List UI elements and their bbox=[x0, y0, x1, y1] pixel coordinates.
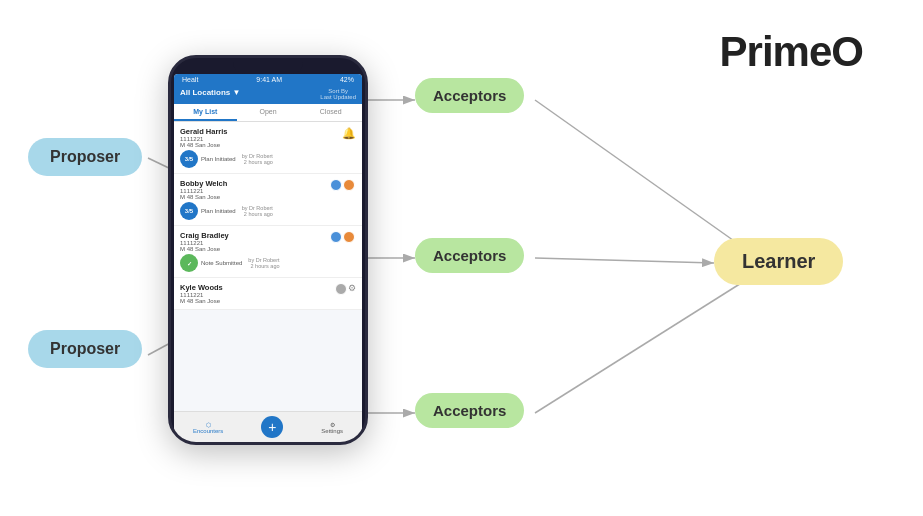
phone-mockup: Healt 9:41 AM 42% All Locations ▼ Sort B… bbox=[168, 55, 368, 445]
phone-tabs: My List Open Closed bbox=[174, 104, 362, 122]
nav-encounters[interactable]: ⬡ Encounters bbox=[193, 421, 223, 434]
avatar-group bbox=[330, 179, 356, 191]
tab-closed[interactable]: Closed bbox=[299, 104, 362, 121]
proposer-bottom-pill: Proposer bbox=[28, 330, 142, 368]
svg-line-8 bbox=[535, 275, 754, 413]
status-left: Healt bbox=[182, 76, 198, 83]
nav-add-button[interactable]: + bbox=[261, 416, 283, 438]
sort-selector[interactable]: Sort By Last Updated bbox=[320, 88, 356, 100]
acceptors-top-pill: Acceptors bbox=[415, 78, 524, 113]
avatar bbox=[330, 231, 342, 243]
phone-notch bbox=[233, 58, 303, 74]
phone-status-bar: Healt 9:41 AM 42% bbox=[174, 74, 362, 85]
phone-header: All Locations ▼ Sort By Last Updated bbox=[174, 85, 362, 104]
tab-mylist[interactable]: My List bbox=[174, 104, 237, 121]
patient-item-gerald[interactable]: Gerald Harris 1111221 M 48 San Jose 3/5 … bbox=[174, 122, 362, 174]
avatar bbox=[343, 179, 355, 191]
nav-settings[interactable]: ⚙ Settings bbox=[321, 421, 343, 434]
avatar-group bbox=[330, 231, 356, 243]
avatar bbox=[330, 179, 342, 191]
tab-open[interactable]: Open bbox=[237, 104, 300, 121]
learner-pill: Learner bbox=[714, 238, 843, 285]
page-container: PrimeO Proposer Proposer Acceptors bbox=[0, 0, 923, 516]
brand-logo: PrimeO bbox=[720, 28, 863, 76]
patient-item-kyle[interactable]: Kyle Woods 1111221 M 48 San Jose ⚙ bbox=[174, 278, 362, 310]
phone-bottom-nav: ⬡ Encounters + ⚙ Settings bbox=[174, 411, 362, 442]
proposer-top-pill: Proposer bbox=[28, 138, 142, 176]
status-time: 9:41 AM bbox=[256, 76, 282, 83]
bell-icon: 🔔 bbox=[342, 127, 356, 139]
avatar bbox=[343, 231, 355, 243]
patient-item-bobby[interactable]: Bobby Welch 1111221 M 48 San Jose 3/5 Pl… bbox=[174, 174, 362, 226]
acceptors-bot-pill: Acceptors bbox=[415, 393, 524, 428]
svg-line-6 bbox=[535, 100, 754, 255]
patient-item-craig[interactable]: Craig Bradley 1111221 M 48 San Jose ✓ No… bbox=[174, 226, 362, 278]
phone-screen: Healt 9:41 AM 42% All Locations ▼ Sort B… bbox=[174, 74, 362, 429]
avatar-group: ⚙ bbox=[335, 283, 356, 295]
location-selector[interactable]: All Locations ▼ bbox=[180, 88, 240, 100]
acceptors-mid-pill: Acceptors bbox=[415, 238, 524, 273]
svg-line-7 bbox=[535, 258, 714, 263]
avatar bbox=[335, 283, 347, 295]
status-battery: 42% bbox=[340, 76, 354, 83]
phone-patient-list: Gerald Harris 1111221 M 48 San Jose 3/5 … bbox=[174, 122, 362, 310]
